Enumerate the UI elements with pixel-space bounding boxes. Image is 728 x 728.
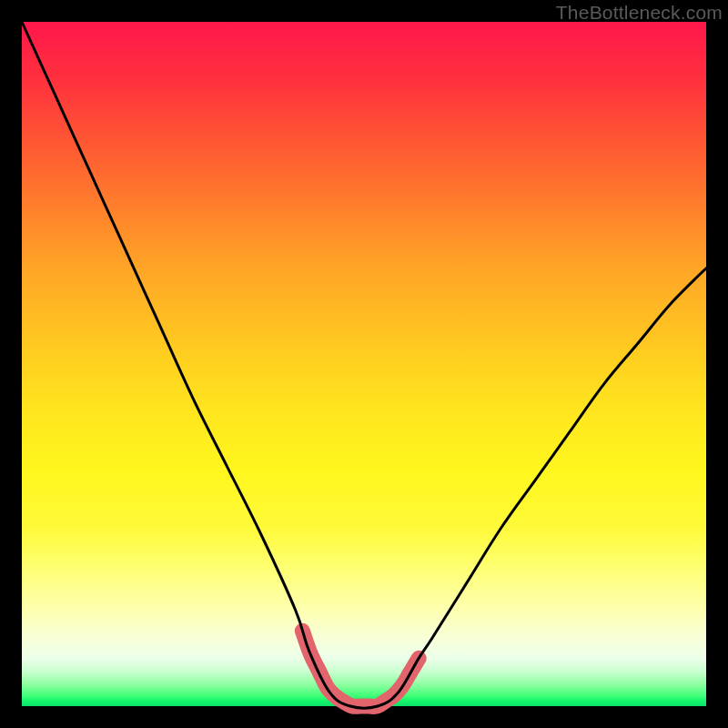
highlight-segment — [302, 631, 419, 706]
watermark-text: TheBottleneck.com — [556, 2, 723, 24]
chart-frame: TheBottleneck.com — [0, 0, 728, 728]
bottleneck-curve — [22, 22, 706, 708]
chart-svg — [22, 22, 706, 706]
plot-area — [22, 22, 706, 706]
